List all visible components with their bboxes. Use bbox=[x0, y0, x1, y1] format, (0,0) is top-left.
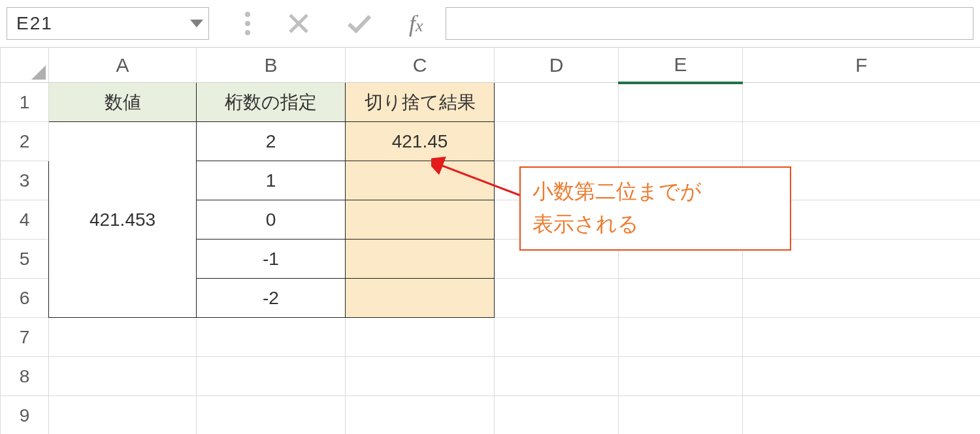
cell[interactable] bbox=[619, 318, 743, 357]
more-icon[interactable] bbox=[244, 11, 251, 36]
name-box-value: E21 bbox=[16, 13, 53, 34]
col-header-A[interactable]: A bbox=[49, 48, 197, 83]
cell[interactable] bbox=[495, 122, 619, 161]
cell-number[interactable]: 421.453 bbox=[49, 122, 197, 318]
cell[interactable] bbox=[49, 318, 197, 357]
formula-bar-icons: fx bbox=[218, 10, 423, 37]
cell[interactable] bbox=[346, 161, 495, 200]
cell[interactable] bbox=[197, 357, 346, 396]
cell[interactable] bbox=[743, 396, 981, 435]
table-row: 8 bbox=[1, 357, 981, 396]
cell[interactable] bbox=[346, 240, 495, 279]
row-header[interactable]: 7 bbox=[1, 318, 49, 357]
col-header-C[interactable]: C bbox=[346, 48, 495, 83]
formula-input[interactable] bbox=[446, 7, 973, 40]
callout-line: 表示される bbox=[532, 208, 778, 241]
row-header[interactable]: 2 bbox=[1, 122, 49, 161]
chevron-down-icon[interactable] bbox=[190, 20, 203, 27]
table-row: 2 421.453 2 421.45 bbox=[1, 122, 981, 161]
cell[interactable] bbox=[743, 357, 981, 396]
cell[interactable] bbox=[346, 200, 495, 240]
cell[interactable] bbox=[346, 318, 495, 357]
col-header-D[interactable]: D bbox=[495, 48, 619, 83]
col-header-F[interactable]: F bbox=[743, 48, 981, 83]
row-header[interactable]: 4 bbox=[1, 200, 49, 240]
table-row: 1 数値 桁数の指定 切り捨て結果 bbox=[1, 83, 981, 122]
annotation-callout: 小数第二位までが 表示される bbox=[519, 166, 791, 251]
cell[interactable] bbox=[743, 279, 981, 318]
cell[interactable] bbox=[743, 318, 981, 357]
cell[interactable] bbox=[743, 83, 981, 122]
cell[interactable]: -2 bbox=[197, 279, 346, 318]
cell[interactable] bbox=[619, 396, 743, 435]
cell[interactable]: 0 bbox=[197, 200, 346, 240]
formula-bar: E21 fx bbox=[0, 0, 980, 47]
row-header[interactable]: 1 bbox=[1, 83, 49, 122]
cell[interactable]: 数値 bbox=[49, 83, 197, 122]
cell[interactable] bbox=[619, 279, 743, 318]
fx-icon[interactable]: fx bbox=[409, 10, 423, 37]
cell[interactable]: 2 bbox=[197, 122, 346, 161]
cell[interactable] bbox=[346, 357, 495, 396]
cell[interactable] bbox=[619, 357, 743, 396]
cell[interactable] bbox=[743, 122, 981, 161]
row-header[interactable]: 5 bbox=[1, 240, 49, 279]
row-header[interactable]: 9 bbox=[1, 396, 49, 435]
cell[interactable] bbox=[197, 318, 346, 357]
cell[interactable] bbox=[495, 357, 619, 396]
confirm-icon[interactable] bbox=[346, 12, 372, 35]
callout-line: 小数第二位までが bbox=[532, 176, 778, 208]
col-header-E[interactable]: E bbox=[619, 48, 743, 83]
cell[interactable] bbox=[346, 396, 495, 435]
cell[interactable] bbox=[346, 279, 495, 318]
cell[interactable]: 1 bbox=[197, 161, 346, 200]
cell[interactable] bbox=[495, 279, 619, 318]
column-header-row: A B C D E F bbox=[1, 48, 981, 83]
spreadsheet-grid[interactable]: A B C D E F 1 数値 桁数の指定 切り捨て結果 2 421.453 … bbox=[0, 47, 980, 434]
cell[interactable]: 切り捨て結果 bbox=[346, 83, 495, 122]
svg-point-0 bbox=[245, 12, 250, 17]
cell[interactable] bbox=[619, 122, 743, 161]
col-header-B[interactable]: B bbox=[197, 48, 346, 83]
cell[interactable] bbox=[495, 83, 619, 122]
cell[interactable] bbox=[495, 318, 619, 357]
cell[interactable] bbox=[49, 396, 197, 435]
cell[interactable] bbox=[197, 396, 346, 435]
cell[interactable] bbox=[619, 83, 743, 122]
cell[interactable] bbox=[495, 396, 619, 435]
table-row: 9 bbox=[1, 396, 981, 435]
cell[interactable]: -1 bbox=[197, 240, 346, 279]
select-all-button[interactable] bbox=[1, 48, 49, 83]
cell[interactable]: 桁数の指定 bbox=[197, 83, 346, 122]
table-row: 7 bbox=[1, 318, 981, 357]
cell[interactable] bbox=[49, 357, 197, 396]
cell[interactable]: 421.45 bbox=[346, 122, 495, 161]
row-header[interactable]: 3 bbox=[1, 161, 49, 200]
svg-point-1 bbox=[245, 21, 250, 26]
name-box[interactable]: E21 bbox=[7, 7, 209, 40]
row-header[interactable]: 6 bbox=[1, 279, 49, 318]
row-header[interactable]: 8 bbox=[1, 357, 49, 396]
svg-point-2 bbox=[245, 30, 250, 35]
cancel-icon[interactable] bbox=[287, 12, 310, 35]
